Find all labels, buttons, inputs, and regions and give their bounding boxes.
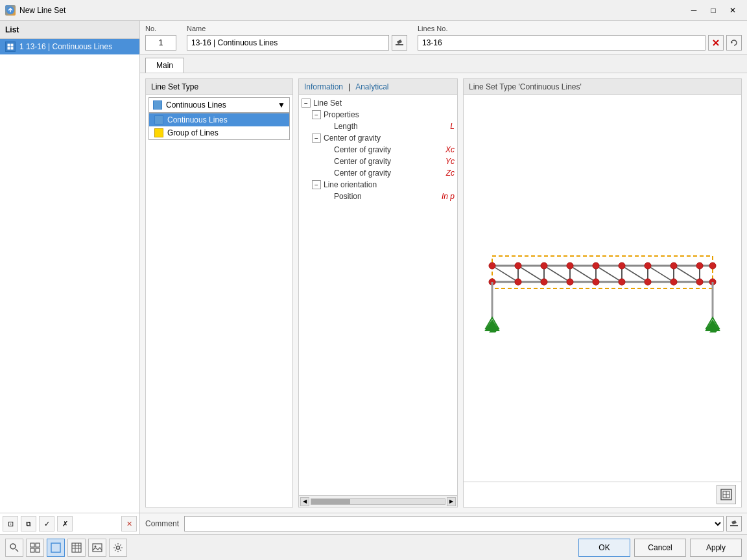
minimize-button[interactable]: ─: [685, 3, 703, 18]
svg-rect-5: [396, 44, 403, 45]
info-link[interactable]: Information: [304, 82, 343, 91]
svg-line-24: [596, 266, 622, 282]
tree-item-zc[interactable]: Center of gravity Zc: [299, 167, 457, 179]
analytical-link[interactable]: Analytical: [355, 82, 388, 91]
tab-bar: Main: [140, 55, 747, 73]
content-area: Line Set Type Continuous Lines ▼ Continu…: [140, 73, 747, 513]
reset-lines-button[interactable]: [726, 35, 742, 51]
clear-lines-button[interactable]: [708, 35, 724, 51]
lines-no-label: Lines No.: [418, 25, 742, 32]
svg-line-21: [518, 266, 544, 282]
svg-rect-74: [93, 544, 102, 552]
scroll-track[interactable]: [311, 498, 445, 505]
close-button[interactable]: ✕: [724, 3, 742, 18]
toolbar-search-button[interactable]: [5, 539, 23, 557]
edit-name-button[interactable]: [392, 35, 407, 51]
comment-edit-button[interactable]: [726, 516, 742, 531]
svg-point-42: [593, 279, 599, 285]
toolbar-table-button[interactable]: [67, 539, 86, 557]
svg-point-30: [541, 262, 547, 269]
dropdown-container: Continuous Lines ▼ Continuous Lines Grou…: [146, 95, 292, 143]
comment-label: Comment: [145, 519, 179, 528]
scroll-thumb: [311, 499, 350, 504]
svg-point-31: [567, 262, 573, 269]
tree-item-length[interactable]: Length L: [299, 121, 457, 132]
svg-point-61: [10, 544, 16, 549]
tree-item-xc[interactable]: Center of gravity Xc: [299, 144, 457, 156]
maximize-button[interactable]: □: [704, 3, 722, 18]
tree-value-zc: Zc: [446, 169, 455, 178]
svg-line-22: [544, 266, 570, 282]
expand-orientation[interactable]: −: [312, 180, 321, 189]
delete-button[interactable]: ✕: [121, 516, 137, 531]
list-item[interactable]: 1 13-16 | Continuous Lines: [0, 39, 139, 54]
tree-label-line-set: Line Set: [313, 99, 455, 108]
list-item-icon: [5, 41, 16, 52]
expand-properties[interactable]: −: [312, 110, 321, 119]
preview-header: Line Set Type 'Continuous Lines': [464, 79, 741, 95]
lines-no-input[interactable]: [418, 35, 706, 51]
tree-value-yc: Yc: [445, 157, 455, 166]
cancel-button[interactable]: Cancel: [634, 539, 686, 557]
uncheck-button[interactable]: ✗: [57, 516, 73, 531]
tree-item-line-orientation[interactable]: − Line orientation: [299, 179, 457, 191]
name-group: Name: [187, 25, 407, 51]
new-window-button[interactable]: ⊡: [3, 516, 18, 531]
list-label: List: [5, 25, 19, 34]
type-selector-panel: Line Set Type Continuous Lines ▼ Continu…: [145, 78, 293, 508]
dropdown-item-continuous[interactable]: Continuous Lines: [149, 113, 289, 126]
expand-cog[interactable]: −: [312, 134, 321, 143]
name-label: Name: [187, 25, 407, 32]
svg-point-40: [541, 279, 547, 285]
left-panel: List 1 13-16 | Continuous Lines ⊡ ⧉ ✓ ✗ …: [0, 21, 140, 534]
expand-line-set[interactable]: −: [302, 99, 311, 108]
scroll-left[interactable]: ◀: [300, 497, 309, 506]
svg-point-36: [696, 262, 703, 269]
no-input[interactable]: [145, 35, 176, 51]
lines-input-row: [418, 35, 742, 51]
apply-button[interactable]: Apply: [690, 539, 742, 557]
tree-label-length: Length: [334, 122, 450, 131]
svg-point-44: [645, 279, 651, 285]
toolbar-grid-button[interactable]: [26, 539, 44, 557]
tree-item-cog[interactable]: − Center of gravity: [299, 132, 457, 144]
tree-item-properties[interactable]: − Properties: [299, 109, 457, 121]
tree-label-zc: Center of gravity: [334, 169, 446, 178]
comment-row: Comment: [140, 513, 747, 534]
name-input[interactable]: [187, 35, 389, 51]
tree-label-yc: Center of gravity: [334, 157, 445, 166]
window-title: New Line Set: [19, 6, 65, 15]
svg-point-29: [515, 262, 521, 269]
no-label: No.: [145, 25, 176, 32]
svg-rect-9: [492, 256, 713, 288]
preview-panel: Line Set Type 'Continuous Lines': [463, 78, 742, 508]
toolbar-image-button[interactable]: [88, 539, 106, 557]
tab-main[interactable]: Main: [145, 58, 184, 73]
top-form: No. Name Lines No.: [140, 21, 747, 55]
ok-button[interactable]: OK: [578, 539, 630, 557]
preview-extra-button[interactable]: [717, 485, 736, 504]
comment-input-container: [184, 516, 742, 531]
main-content: List 1 13-16 | Continuous Lines ⊡ ⧉ ✓ ✗ …: [0, 21, 747, 534]
window-controls: ─ □ ✕: [685, 3, 742, 18]
continuous-lines-label: Continuous Lines: [167, 115, 228, 124]
tree-value-position: In p: [442, 192, 455, 201]
svg-point-76: [117, 546, 120, 549]
tree-item-yc[interactable]: Center of gravity Yc: [299, 156, 457, 167]
toolbar-settings-button[interactable]: [109, 539, 127, 557]
horizontal-scrollbar[interactable]: ◀ ▶: [299, 495, 457, 507]
svg-line-62: [16, 549, 18, 552]
svg-rect-69: [72, 543, 81, 552]
line-set-type-dropdown[interactable]: Continuous Lines ▼: [148, 97, 290, 113]
tree-value-xc: Xc: [445, 145, 455, 154]
scroll-right[interactable]: ▶: [447, 497, 456, 506]
tree-item-position[interactable]: Position In p: [299, 191, 457, 202]
comment-select[interactable]: [184, 516, 724, 531]
tree-item-line-set[interactable]: − Line Set: [299, 97, 457, 109]
copy-button[interactable]: ⧉: [21, 516, 36, 531]
svg-rect-68: [53, 544, 59, 551]
list-item-label: 1 13-16 | Continuous Lines: [19, 42, 112, 51]
check-button[interactable]: ✓: [39, 516, 54, 531]
dropdown-item-group[interactable]: Group of Lines: [149, 126, 289, 139]
toolbar-select-button[interactable]: [47, 539, 65, 557]
